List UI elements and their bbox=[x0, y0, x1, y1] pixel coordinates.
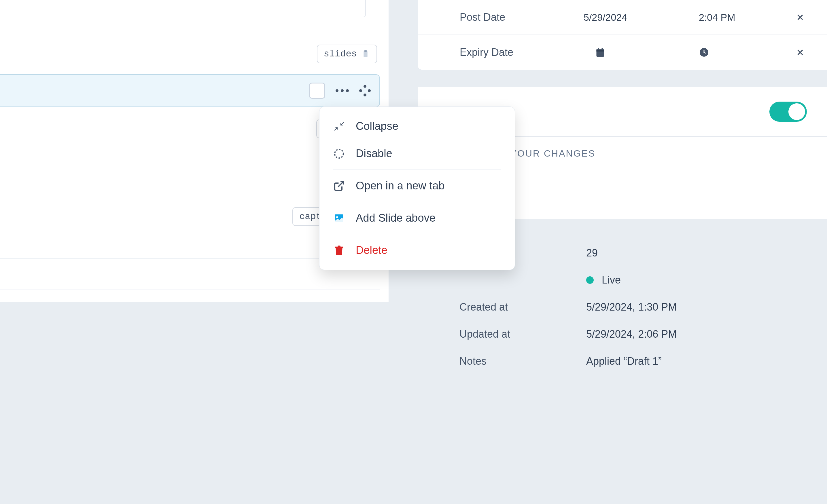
add-slide-above-menu-item[interactable]: Add Slide above bbox=[320, 204, 515, 232]
collapse-menu-item[interactable]: Collapse bbox=[320, 113, 515, 140]
image-icon bbox=[333, 212, 345, 224]
created-at-row: Created at 5/29/2024, 1:30 PM bbox=[459, 294, 827, 321]
trash-icon bbox=[333, 245, 345, 256]
add-slide-above-label: Add Slide above bbox=[356, 212, 436, 224]
status-row: Live bbox=[459, 267, 827, 294]
slides-tag-label: slides bbox=[324, 49, 357, 59]
disable-label: Disable bbox=[356, 147, 392, 160]
updated-at-row: Updated at 5/29/2024, 2:06 PM bbox=[459, 321, 827, 348]
field-box bbox=[0, 0, 366, 17]
slides-field-tag[interactable]: slides bbox=[317, 45, 377, 63]
menu-divider bbox=[333, 234, 501, 234]
collapse-label: Collapse bbox=[356, 120, 398, 132]
clipboard-icon bbox=[361, 49, 370, 59]
svg-rect-13 bbox=[602, 48, 603, 50]
delete-label: Delete bbox=[356, 244, 387, 257]
expiry-date-label: Expiry Date bbox=[460, 46, 584, 58]
created-at-label: Created at bbox=[459, 301, 586, 313]
post-date-value[interactable]: 5/29/2024 bbox=[584, 12, 699, 23]
status-value: Live bbox=[602, 274, 621, 286]
clear-expiry-date-button[interactable] bbox=[794, 46, 807, 59]
menu-divider bbox=[333, 202, 501, 202]
more-options-icon[interactable] bbox=[336, 89, 349, 92]
svg-rect-0 bbox=[363, 51, 367, 57]
svg-point-2 bbox=[335, 149, 343, 158]
disable-menu-item[interactable]: Disable bbox=[320, 140, 515, 167]
notes-value: Applied “Draft 1” bbox=[586, 355, 662, 367]
status-dot-icon bbox=[586, 276, 594, 284]
expiry-date-row: Expiry Date bbox=[418, 35, 827, 70]
svg-rect-12 bbox=[598, 48, 599, 50]
slide-checkbox[interactable] bbox=[309, 82, 325, 99]
post-date-row: Post Date 5/29/2024 2:04 PM bbox=[418, 0, 827, 35]
created-at-value: 5/29/2024, 1:30 PM bbox=[586, 301, 677, 313]
open-new-tab-label: Open in a new tab bbox=[356, 180, 444, 192]
enabled-toggle[interactable] bbox=[769, 102, 807, 122]
collapse-icon bbox=[333, 121, 345, 132]
post-date-label: Post Date bbox=[460, 11, 584, 23]
svg-rect-11 bbox=[596, 50, 604, 52]
open-new-tab-menu-item[interactable]: Open in a new tab bbox=[320, 172, 515, 200]
clock-icon[interactable] bbox=[699, 47, 709, 58]
updated-at-value: 5/29/2024, 2:06 PM bbox=[586, 328, 677, 340]
clear-post-date-button[interactable] bbox=[794, 11, 807, 23]
toggle-thumb bbox=[788, 103, 805, 120]
disable-icon bbox=[333, 148, 345, 160]
post-time-value[interactable]: 2:04 PM bbox=[699, 12, 794, 23]
date-settings: Post Date 5/29/2024 2:04 PM Expiry Date bbox=[418, 0, 827, 70]
calendar-icon[interactable] bbox=[595, 47, 605, 58]
delete-menu-item[interactable]: Delete bbox=[320, 237, 515, 264]
svg-rect-1 bbox=[364, 50, 367, 52]
svg-point-5 bbox=[336, 216, 338, 218]
external-link-icon bbox=[333, 180, 345, 192]
slide-context-menu: Collapse Disable Open in a new tab bbox=[319, 107, 515, 270]
id-value: 29 bbox=[586, 247, 598, 259]
svg-line-3 bbox=[338, 182, 343, 187]
drag-handle-icon[interactable] bbox=[359, 85, 371, 97]
notes-row: Notes Applied “Draft 1” bbox=[459, 348, 827, 375]
updated-at-label: Updated at bbox=[459, 328, 586, 340]
svg-rect-7 bbox=[338, 245, 340, 247]
notes-label: Notes bbox=[459, 355, 586, 367]
slide-item-row[interactable] bbox=[0, 74, 380, 107]
